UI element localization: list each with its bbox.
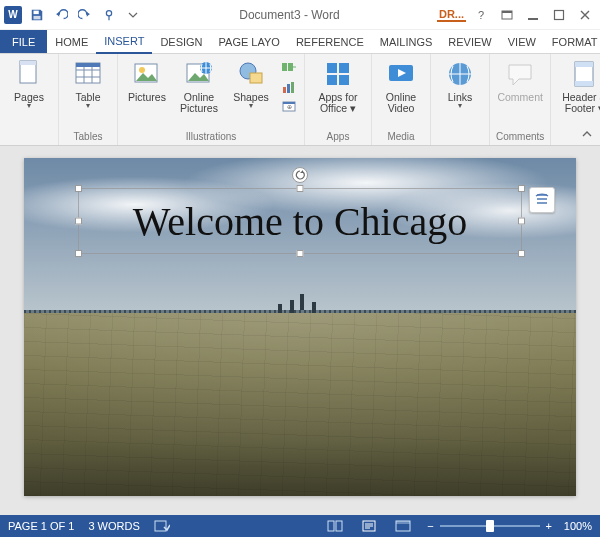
tab-view[interactable]: VIEW <box>500 30 544 53</box>
table-icon <box>72 58 104 90</box>
svg-rect-5 <box>528 18 538 20</box>
group-caption: Media <box>387 129 414 143</box>
tab-insert[interactable]: INSERT <box>96 30 152 54</box>
ribbon-tabs: FILE HOME INSERT DESIGN PAGE LAYO REFERE… <box>0 30 600 54</box>
table-button[interactable]: Table ▾ <box>65 58 111 109</box>
svg-rect-25 <box>327 63 337 73</box>
chevron-down-icon: ▾ <box>249 103 253 109</box>
pages-button[interactable]: Pages ▾ <box>6 58 52 109</box>
redo-button[interactable] <box>76 6 94 24</box>
resize-handle-s[interactable] <box>297 250 304 257</box>
page-indicator[interactable]: PAGE 1 OF 1 <box>8 520 74 532</box>
svg-rect-32 <box>575 62 593 67</box>
proofing-button[interactable] <box>154 519 170 533</box>
resize-handle-se[interactable] <box>518 250 525 257</box>
svg-rect-10 <box>76 63 100 67</box>
apps-for-office-button[interactable]: Apps for Office ▾ <box>311 58 365 114</box>
group-pages: Pages ▾ <box>0 54 59 145</box>
page-icon <box>13 58 45 90</box>
tab-review[interactable]: REVIEW <box>440 30 499 53</box>
group-illustrations: Pictures Online Pictures Shapes ▾ ⊕ Illu… <box>118 54 305 145</box>
shapes-icon <box>235 58 267 90</box>
resize-handle-ne[interactable] <box>518 185 525 192</box>
word-app-icon: W <box>4 6 22 24</box>
svg-rect-4 <box>502 11 512 13</box>
header-footer-icon <box>568 58 600 90</box>
resize-handle-e[interactable] <box>518 218 525 225</box>
web-layout-button[interactable] <box>393 518 413 534</box>
svg-rect-19 <box>283 87 286 93</box>
svg-rect-21 <box>291 82 294 93</box>
svg-rect-38 <box>328 521 334 531</box>
read-mode-button[interactable] <box>325 518 345 534</box>
touch-mode-button[interactable] <box>100 6 118 24</box>
resize-handle-n[interactable] <box>297 185 304 192</box>
links-button[interactable]: Links ▾ <box>437 58 483 109</box>
group-media: Online Video Media <box>372 54 431 145</box>
group-caption: Comments <box>496 129 544 143</box>
svg-rect-18 <box>288 63 293 71</box>
contextual-tab-group[interactable]: DR... <box>437 8 466 22</box>
window-title: Document3 - Word <box>146 8 433 22</box>
resize-handle-nw[interactable] <box>75 185 82 192</box>
svg-point-12 <box>139 67 145 73</box>
resize-handle-sw[interactable] <box>75 250 82 257</box>
svg-rect-28 <box>339 75 349 85</box>
comment-icon <box>504 58 536 90</box>
tab-design[interactable]: DESIGN <box>152 30 210 53</box>
print-layout-button[interactable] <box>359 518 379 534</box>
undo-button[interactable] <box>52 6 70 24</box>
resize-handle-w[interactable] <box>75 218 82 225</box>
collapse-ribbon-button[interactable] <box>580 127 594 141</box>
tab-format[interactable]: FORMAT <box>544 30 600 53</box>
text-box-selected[interactable]: Welcome to Chicago <box>78 188 522 254</box>
group-tables: Table ▾ Tables <box>59 54 118 145</box>
header-footer-button[interactable]: Header & Footer ▾ <box>557 58 600 114</box>
svg-rect-16 <box>250 73 262 83</box>
tab-file[interactable]: FILE <box>0 30 47 53</box>
online-video-button[interactable]: Online Video <box>378 58 424 114</box>
svg-rect-39 <box>336 521 342 531</box>
pictures-button[interactable]: Pictures <box>124 58 170 103</box>
comment-button: Comment <box>497 58 543 103</box>
inserted-picture[interactable]: Welcome to Chicago <box>24 158 576 496</box>
zoom-out-button[interactable]: − <box>427 520 433 532</box>
zoom-slider[interactable] <box>440 519 540 533</box>
qat-customize-button[interactable] <box>124 6 142 24</box>
video-icon <box>385 58 417 90</box>
chart-button[interactable] <box>280 78 298 96</box>
svg-rect-42 <box>396 521 410 524</box>
ribbon-display-options-button[interactable] <box>496 6 518 24</box>
tab-mailings[interactable]: MAILINGS <box>372 30 441 53</box>
word-count[interactable]: 3 WORDS <box>88 520 139 532</box>
svg-text:⊕: ⊕ <box>287 104 292 110</box>
ribbon: Pages ▾ Table ▾ Tables Pictures Online P… <box>0 54 600 146</box>
tab-references[interactable]: REFERENCE <box>288 30 372 53</box>
tab-page-layout[interactable]: PAGE LAYO <box>211 30 288 53</box>
maximize-button[interactable] <box>548 6 570 24</box>
zoom-in-button[interactable]: + <box>546 520 552 532</box>
rotate-handle[interactable] <box>292 167 308 183</box>
chevron-down-icon: ▾ <box>27 103 31 109</box>
svg-rect-33 <box>575 81 593 86</box>
svg-rect-6 <box>555 10 564 19</box>
online-pictures-icon <box>183 58 215 90</box>
online-pictures-button[interactable]: Online Pictures <box>176 58 222 114</box>
svg-rect-37 <box>155 521 166 531</box>
layout-options-button[interactable] <box>529 187 555 213</box>
status-bar: PAGE 1 OF 1 3 WORDS − + 100% <box>0 515 600 537</box>
svg-rect-8 <box>20 61 36 65</box>
shapes-button[interactable]: Shapes ▾ <box>228 58 274 109</box>
smartart-button[interactable] <box>280 58 298 76</box>
svg-rect-27 <box>327 75 337 85</box>
document-area[interactable]: Welcome to Chicago <box>0 146 600 515</box>
chevron-down-icon: ▾ <box>86 103 90 109</box>
help-button[interactable]: ? <box>470 6 492 24</box>
screenshot-button[interactable]: ⊕ <box>280 98 298 116</box>
tab-home[interactable]: HOME <box>47 30 96 53</box>
close-button[interactable] <box>574 6 596 24</box>
zoom-level[interactable]: 100% <box>558 520 592 532</box>
minimize-button[interactable] <box>522 6 544 24</box>
save-button[interactable] <box>28 6 46 24</box>
textbox-text[interactable]: Welcome to Chicago <box>133 198 467 245</box>
